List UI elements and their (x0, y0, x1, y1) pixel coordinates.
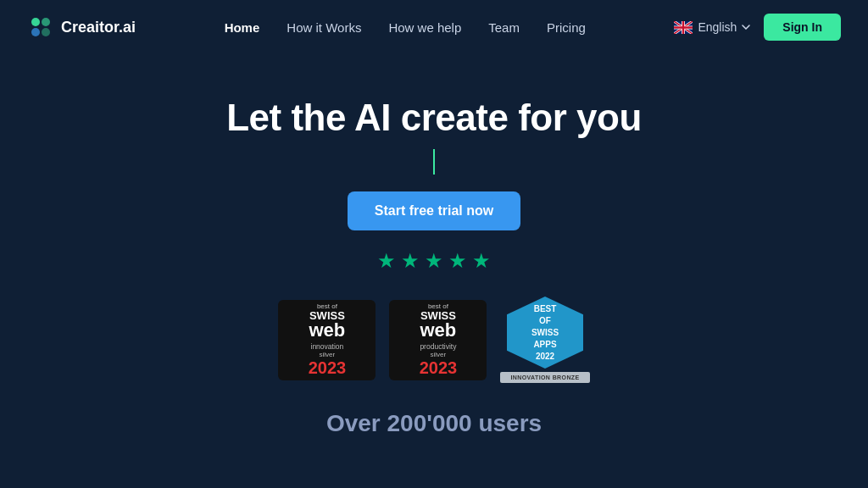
badge2-year: 2023 (420, 358, 458, 377)
hero-title: Let the AI create for you (226, 97, 642, 139)
apps-badge-line1: BEST (534, 303, 557, 315)
badge-productivity-2023: best of SWISS web productivity silver 20… (389, 300, 487, 380)
apps-badge-line5: 2022 (536, 351, 554, 363)
apps-badge-line3: SWISS (531, 327, 559, 339)
badge1-tier: silver (320, 351, 336, 358)
nav-pricing[interactable]: Pricing (547, 20, 586, 35)
star-1: ★ (377, 249, 396, 273)
cursor-line (433, 149, 435, 175)
badge1-category: innovation (311, 342, 344, 351)
badge-swiss-apps: BEST OF SWISS APPS 2022 (503, 297, 587, 369)
badge1-web: web (309, 321, 345, 340)
badge-swiss-apps-wrapper: BEST OF SWISS APPS 2022 INNOVATION BRONZ… (500, 297, 589, 383)
award-badges: best of SWISS web innovation silver 2023… (278, 297, 589, 383)
trustpilot-rating: ★ ★ ★ ★ ★ (377, 249, 491, 273)
cta-button[interactable]: Start free trial now (348, 191, 520, 230)
star-5: ★ (472, 249, 491, 273)
language-label: English (698, 20, 737, 34)
nav-how-it-works[interactable]: How it Works (287, 20, 361, 35)
star-3: ★ (425, 249, 443, 273)
apps-badge-line2: OF (539, 315, 551, 327)
main-nav: Home How it Works How we help Team Prici… (225, 20, 586, 35)
innovation-bronze-ribbon: INNOVATION BRONZE (500, 372, 589, 383)
nav-home[interactable]: Home (225, 20, 260, 35)
flag-uk-icon (674, 21, 693, 34)
star-2: ★ (401, 249, 420, 273)
badge-innovation-2023: best of SWISS web innovation silver 2023 (278, 300, 376, 380)
nav-how-we-help[interactable]: How we help (388, 20, 461, 35)
logo-text: Creaitor.ai (61, 19, 136, 36)
nav-team[interactable]: Team (488, 20, 520, 35)
svg-point-0 (31, 18, 40, 26)
badge1-year: 2023 (309, 358, 347, 377)
logo-icon (27, 14, 54, 41)
logo[interactable]: Creaitor.ai (27, 14, 136, 41)
language-selector[interactable]: English (674, 20, 750, 34)
star-4: ★ (448, 249, 467, 273)
hero-section: Let the AI create for you Start free tri… (0, 54, 868, 437)
badge2-tier: silver (431, 351, 447, 358)
svg-point-1 (42, 18, 50, 26)
chevron-down-icon (742, 25, 750, 30)
users-count: Over 200'000 users (326, 410, 542, 437)
header: Creaitor.ai Home How it Works How we hel… (0, 0, 868, 54)
signin-button[interactable]: Sign In (764, 14, 841, 41)
svg-point-2 (31, 28, 40, 36)
apps-badge-line4: APPS (533, 339, 556, 351)
svg-point-3 (42, 28, 50, 36)
badge2-category: productivity (420, 342, 456, 351)
header-right: English Sign In (674, 14, 841, 41)
badge2-web: web (420, 321, 456, 340)
